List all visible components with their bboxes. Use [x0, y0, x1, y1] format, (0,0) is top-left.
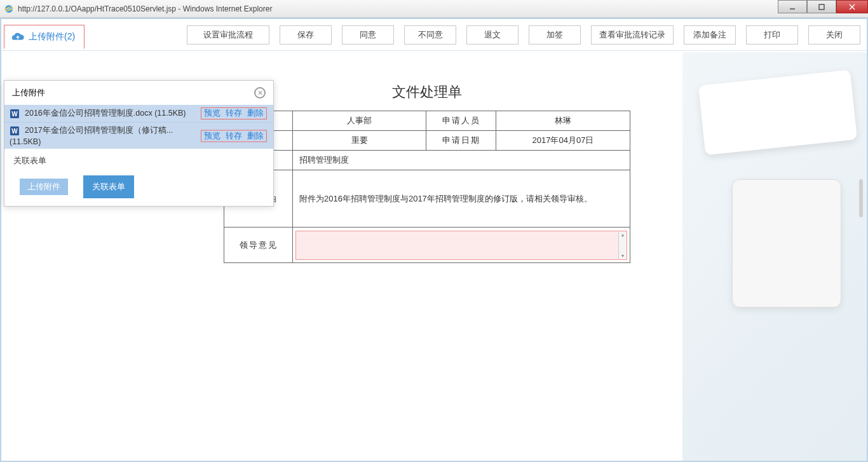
print-button[interactable]: 打印 — [746, 25, 798, 44]
upload-tab-label: 上传附件(2) — [29, 31, 75, 43]
close-button[interactable] — [836, 0, 868, 13]
return-button[interactable]: 退文 — [466, 25, 519, 44]
add-remark-button[interactable]: 添加备注 — [684, 25, 736, 44]
related-form-header: 关联表单 — [4, 149, 273, 170]
set-approval-flow-button[interactable]: 设置审批流程 — [187, 25, 269, 44]
cloud-upload-icon — [11, 32, 25, 42]
document-form: 文件处理单 人事部 申请人员 林琳 重要 申请日期 2017年04月07日 — [224, 83, 630, 263]
disagree-button[interactable]: 不同意 — [404, 25, 456, 44]
agree-button[interactable]: 同意 — [342, 25, 394, 44]
maximize-button[interactable] — [807, 0, 836, 13]
save-button[interactable]: 保存 — [280, 25, 332, 44]
opinion-textarea[interactable]: ▴▾ — [295, 231, 627, 260]
dropdown-header: 上传附件 — [12, 87, 45, 99]
upload-dropdown-panel: 上传附件 ✕ W 2016年金信公司招聘管理制度.docx (11.5KB) 预… — [4, 80, 274, 207]
dropdown-close-icon[interactable]: ✕ — [254, 87, 266, 99]
subject-value: 招聘管理制度 — [293, 151, 630, 170]
view-flow-record-button[interactable]: 查看审批流转记录 — [591, 25, 674, 44]
date-value: 2017年04月07日 — [496, 131, 630, 151]
date-label: 申请日期 — [426, 131, 496, 151]
save-as-link[interactable]: 转存 — [226, 108, 242, 119]
decorative-background — [682, 52, 867, 461]
add-sign-button[interactable]: 加签 — [529, 25, 581, 44]
minimize-button[interactable] — [778, 0, 807, 13]
word-doc-icon: W — [10, 109, 20, 119]
delete-link[interactable]: 删除 — [247, 130, 264, 141]
svg-text:W: W — [11, 111, 18, 118]
close-page-button[interactable]: 关闭 — [808, 25, 860, 44]
attachment-row[interactable]: W 2017年金信公司招聘管理制度（修订稿... (11.5KB) 预览 转存 … — [4, 122, 273, 149]
level-value: 重要 — [293, 131, 426, 151]
opinion-scrollbar[interactable]: ▴▾ — [618, 232, 626, 259]
preview-link[interactable]: 预览 — [204, 108, 220, 119]
form-title: 文件处理单 — [224, 83, 630, 111]
ie-icon — [4, 4, 14, 14]
delete-link[interactable]: 删除 — [247, 108, 264, 119]
svg-rect-3 — [819, 4, 824, 10]
attachment-name: 2016年金信公司招聘管理制度.docx (11.5KB) — [25, 108, 201, 119]
attachment-row[interactable]: W 2016年金信公司招聘管理制度.docx (11.5KB) 预览 转存 删除 — [4, 105, 273, 122]
applicant-label: 申请人员 — [426, 111, 496, 131]
page-scrollbar[interactable] — [859, 179, 863, 217]
word-doc-icon: W — [10, 126, 20, 136]
save-as-link[interactable]: 转存 — [226, 130, 242, 141]
applicant-value: 林琳 — [496, 111, 630, 131]
dept-value: 人事部 — [293, 111, 426, 131]
attachment-name: 2017年金信公司招聘管理制度（修订稿... — [25, 125, 190, 136]
upload-file-button[interactable]: 上传附件 — [11, 175, 77, 198]
window-title: http://127.0.0.1/OAapp/HtTrace0510Servle… — [18, 4, 272, 13]
svg-text:W: W — [11, 128, 18, 135]
reason-value: 附件为2016年招聘管理制度与2017年招聘管理制度的修订版，请相关领导审核。 — [293, 170, 630, 228]
toolbar: 上传附件(2) 设置审批流程 保存 同意 不同意 退文 加签 查看审批流转记录 … — [1, 19, 867, 51]
relate-form-button[interactable]: 关联表单 — [83, 175, 134, 198]
opinion-label: 领导意见 — [224, 228, 293, 263]
window-titlebar: http://127.0.0.1/OAapp/HtTrace0510Servle… — [0, 0, 868, 18]
preview-link[interactable]: 预览 — [204, 130, 220, 141]
upload-attachments-tab[interactable]: 上传附件(2) — [4, 25, 85, 49]
